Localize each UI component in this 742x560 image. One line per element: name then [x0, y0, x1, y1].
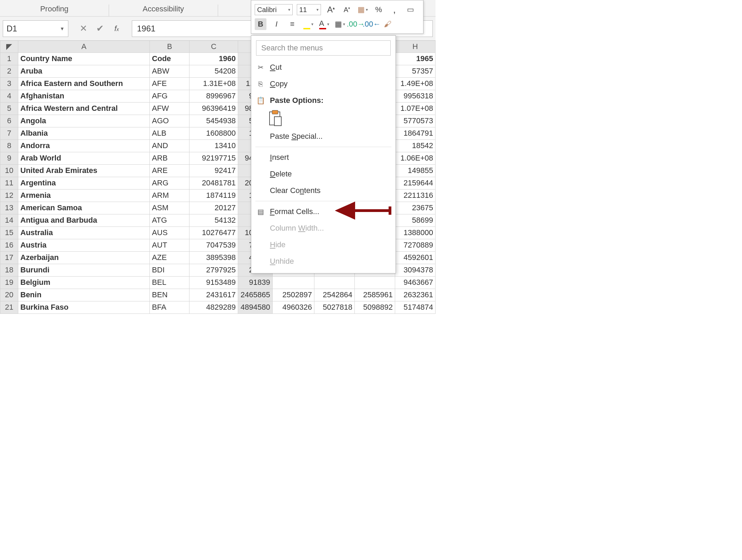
cell[interactable]: AZE	[150, 251, 189, 264]
cell[interactable]: BEN	[150, 289, 189, 301]
cell[interactable]: Azerbaijan	[18, 251, 150, 264]
cell[interactable]: 5174874	[395, 301, 435, 313]
menu-insert[interactable]: Insert	[251, 149, 396, 166]
menu-format-cells[interactable]: ▤ Format Cells...	[251, 203, 396, 220]
row-header[interactable]: 19	[0, 276, 18, 289]
col-header-B[interactable]: B	[150, 41, 189, 52]
cell[interactable]: 2431617	[189, 289, 238, 301]
row-header[interactable]: 12	[0, 189, 18, 202]
cancel-formula-icon[interactable]: ✕	[79, 23, 88, 34]
cell[interactable]: 4960326	[272, 301, 314, 313]
cell[interactable]: 1388000	[395, 226, 435, 239]
cell[interactable]: AGO	[150, 115, 189, 127]
cell[interactable]: 5027818	[314, 301, 354, 313]
cell[interactable]: BFA	[150, 301, 189, 313]
cell[interactable]: 54132	[189, 214, 238, 226]
decrease-decimal-icon[interactable]: .00←	[366, 18, 378, 30]
cell[interactable]: 149855	[395, 164, 435, 177]
cell[interactable]: ARG	[150, 177, 189, 189]
cell[interactable]: 1.06E+08	[395, 152, 435, 164]
bold-button[interactable]: B	[255, 18, 266, 30]
cell[interactable]: Angola	[18, 115, 150, 127]
cell[interactable]: 57357	[395, 65, 435, 77]
cell[interactable]: 1864791	[395, 127, 435, 139]
cell[interactable]: Argentina	[18, 177, 150, 189]
fx-icon[interactable]: fx	[112, 24, 121, 33]
cell[interactable]: Australia	[18, 226, 150, 239]
cell[interactable]: 7270889	[395, 239, 435, 251]
cell[interactable]: 58699	[395, 214, 435, 226]
menu-paste-special[interactable]: Paste Special...	[251, 128, 396, 145]
cell[interactable]: 92197715	[189, 152, 238, 164]
cell[interactable]: 9956318	[395, 90, 435, 102]
cell[interactable]: AUS	[150, 226, 189, 239]
cell[interactable]: Code	[150, 52, 189, 65]
ribbon-group-proofing[interactable]: Proofing	[0, 4, 109, 16]
row-header[interactable]: 1	[0, 52, 18, 65]
comma-style-icon[interactable]: ,	[389, 4, 400, 16]
cell[interactable]: 2542864	[314, 289, 354, 301]
name-box[interactable]: D1 ▼	[3, 20, 68, 37]
cell[interactable]: ARB	[150, 152, 189, 164]
cell[interactable]: Andorra	[18, 139, 150, 152]
table-row[interactable]: 20BeninBEN243161724658652502897254286425…	[0, 289, 436, 301]
cell[interactable]: Albania	[18, 127, 150, 139]
cell[interactable]: 91839	[238, 276, 272, 289]
menu-delete[interactable]: Delete	[251, 166, 396, 182]
cell[interactable]: 4592601	[395, 251, 435, 264]
decrease-font-icon[interactable]: A▾	[341, 4, 353, 16]
cell[interactable]: 5098892	[354, 301, 395, 313]
cell[interactable]: 1608800	[189, 127, 238, 139]
table-row[interactable]: 19BelgiumBEL9153489918399463667	[0, 276, 436, 289]
cell[interactable]: ASM	[150, 202, 189, 214]
merge-center-icon[interactable]: ▭	[404, 4, 416, 16]
cell[interactable]: 7047539	[189, 239, 238, 251]
row-header[interactable]: 13	[0, 202, 18, 214]
cell[interactable]: 2797925	[189, 264, 238, 276]
paste-option-default[interactable]	[251, 109, 396, 128]
cell[interactable]: Austria	[18, 239, 150, 251]
cell[interactable]: 1.49E+08	[395, 77, 435, 90]
format-painter-icon[interactable]: 🖌	[382, 18, 393, 30]
font-color-icon[interactable]: A	[318, 18, 330, 30]
row-header[interactable]: 9	[0, 152, 18, 164]
cell[interactable]: 3895398	[189, 251, 238, 264]
font-size-combo[interactable]: 11▾	[297, 4, 321, 15]
cell[interactable]: 92417	[189, 164, 238, 177]
cell[interactable]: ARE	[150, 164, 189, 177]
table-row[interactable]: 21Burkina FasoBFA48292894894580496032650…	[0, 301, 436, 313]
row-header[interactable]: 17	[0, 251, 18, 264]
cell[interactable]: Aruba	[18, 65, 150, 77]
cell[interactable]: 20127	[189, 202, 238, 214]
cell[interactable]: Burundi	[18, 264, 150, 276]
cell[interactable]	[354, 276, 395, 289]
row-header[interactable]: 5	[0, 102, 18, 115]
menu-cut[interactable]: ✂ Cut	[251, 59, 396, 76]
col-header-H[interactable]: H	[395, 41, 435, 52]
cell[interactable]: American Samoa	[18, 202, 150, 214]
cell[interactable]: 1960	[189, 52, 238, 65]
cell[interactable]: 5770573	[395, 115, 435, 127]
cell[interactable]: 20481781	[189, 177, 238, 189]
row-header[interactable]: 20	[0, 289, 18, 301]
cell[interactable]: AFW	[150, 102, 189, 115]
cell[interactable]: United Arab Emirates	[18, 164, 150, 177]
ribbon-group-accessibility[interactable]: Accessibility	[109, 4, 218, 16]
cell[interactable]: 3094378	[395, 264, 435, 276]
name-box-dropdown-icon[interactable]: ▼	[60, 26, 65, 31]
cell[interactable]: Benin	[18, 289, 150, 301]
cell[interactable]: 1.31E+08	[189, 77, 238, 90]
select-all-corner[interactable]: ◤	[0, 41, 18, 52]
cell[interactable]: 1.07E+08	[395, 102, 435, 115]
cell[interactable]: AFG	[150, 90, 189, 102]
cell[interactable]: Afghanistan	[18, 90, 150, 102]
cell[interactable]: 8996967	[189, 90, 238, 102]
increase-decimal-icon[interactable]: .00→	[350, 18, 362, 30]
menu-copy[interactable]: ⎘ Copy	[251, 76, 396, 92]
cell[interactable]: 96396419	[189, 102, 238, 115]
menu-hide[interactable]: Hide	[251, 236, 396, 253]
cell[interactable]: 2465865	[238, 289, 272, 301]
cell[interactable]: 2159644	[395, 177, 435, 189]
cell[interactable]: Armenia	[18, 189, 150, 202]
row-header[interactable]: 21	[0, 301, 18, 313]
